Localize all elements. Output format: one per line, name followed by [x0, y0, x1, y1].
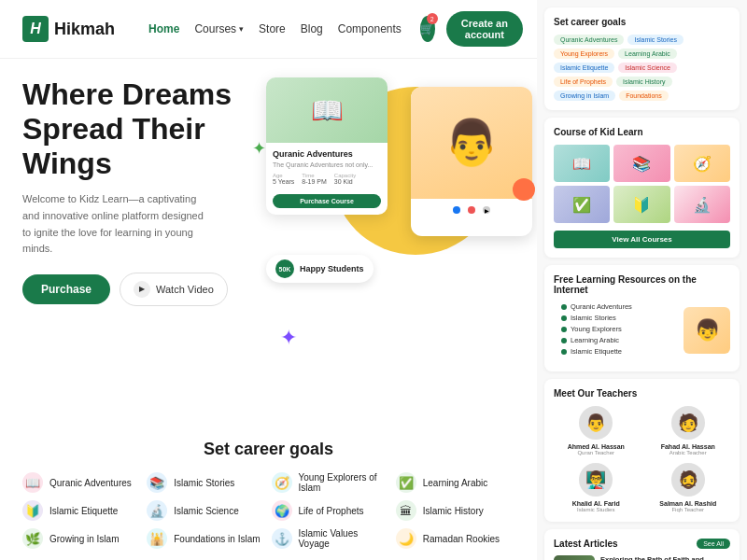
nav-links: Home Courses▾ Store Blog Components — [148, 22, 402, 35]
view-all-courses-button[interactable]: View All Courses — [554, 231, 730, 248]
teacher-name-2: Khalid Al. Farid — [554, 500, 639, 507]
logo-name: Hikmah — [54, 20, 115, 39]
course-card-meta: Age 5 Years Time 8-19 PM Capacity 30 Kid — [273, 173, 381, 185]
teacher-1[interactable]: 🧑 Fahad Al. Hassan Arabic Teacher — [646, 406, 731, 455]
teacher-name-1: Fahad Al. Hassan — [646, 443, 731, 450]
course-thumb-3[interactable]: ✅ — [554, 186, 610, 223]
free-res-dot-1 — [561, 315, 567, 321]
rp-career-section: Set career goals Quranic Adventures Isla… — [544, 7, 740, 110]
nav-home[interactable]: Home — [148, 22, 179, 35]
free-res-dot-3 — [561, 338, 567, 343]
career-icon-2: 🧭 — [272, 472, 292, 493]
course-card-body: Quranic Adventures The Quranic Adventure… — [266, 143, 388, 215]
chip-2[interactable]: Young Explorers — [554, 49, 614, 59]
free-resource-list: Quranic Adventures Islamic Stories Young… — [554, 302, 684, 358]
course-thumb-5[interactable]: 🔬 — [674, 186, 730, 223]
rp-teachers-section: Meet Our Teachers 👨 Ahmed Al. Hassan Qur… — [544, 379, 740, 522]
nav-components[interactable]: Components — [338, 22, 402, 35]
teacher-role-3: Fiqh Teacher — [646, 507, 731, 512]
course-thumbs: 📖 📚 🧭 ✅ 🔰 🔬 — [554, 145, 730, 223]
career-item-7[interactable]: 🏛 Islamic History — [396, 500, 514, 521]
students-avatar: 50K — [275, 259, 294, 278]
free-resource-image: 👦 — [684, 307, 730, 354]
hero-description: Welcome to Kidz Learn—a captivating and … — [22, 191, 209, 257]
article-title-0: Exploring the Path of Faith and Wisdom i… — [600, 555, 730, 560]
nav-courses[interactable]: Courses▾ — [194, 22, 244, 35]
teacher-role-0: Quran Teacher — [554, 450, 639, 455]
main-panel: H Hikmah Home Courses▾ Store Blog Compon… — [0, 0, 537, 560]
facebook-icon[interactable] — [453, 206, 460, 214]
chip-1[interactable]: Islamic Stories — [627, 35, 684, 45]
free-res-dot-0 — [561, 304, 567, 310]
free-res-2: Young Explorers — [561, 325, 684, 333]
career-item-9[interactable]: 🕌 Foundations in Islam — [147, 528, 265, 549]
nav-store[interactable]: Store — [259, 22, 286, 35]
course-card-title: Quranic Adventures — [273, 149, 381, 159]
course-card: 📖 Quranic Adventures The Quranic Adventu… — [266, 77, 388, 215]
career-icon-10: ⚓ — [272, 528, 292, 549]
career-item-6[interactable]: 🌍 Life of Prophets — [272, 500, 390, 521]
chip-0[interactable]: Quranic Adventures — [554, 35, 624, 45]
teacher-name-3: Salman Al. Rashid — [646, 500, 731, 507]
watch-video-button[interactable]: ▶ Watch Video — [120, 273, 228, 306]
teacher-role-1: Arabic Teacher — [646, 450, 731, 455]
navbar: H Hikmah Home Courses▾ Store Blog Compon… — [0, 0, 537, 59]
chip-9[interactable]: Foundations — [619, 91, 669, 101]
chip-6[interactable]: Life of Prophets — [554, 77, 613, 87]
course-purchase-button[interactable]: Purchase Course — [273, 194, 381, 208]
career-icon-8: 🌿 — [22, 528, 43, 549]
teacher-3[interactable]: 🧔 Salman Al. Rashid Fiqh Teacher — [646, 463, 731, 512]
career-item-0[interactable]: 📖 Quranic Adventures — [22, 472, 141, 493]
career-icon-5: 🔬 — [147, 500, 167, 521]
teacher-2[interactable]: 👨‍🏫 Khalid Al. Farid Islamic Studies — [554, 463, 639, 512]
career-item-5[interactable]: 🔬 Islamic Science — [147, 500, 265, 521]
chip-5[interactable]: Islamic Science — [618, 63, 677, 73]
career-item-8[interactable]: 🌿 Growing in Islam — [22, 528, 141, 549]
youtube-icon[interactable] — [468, 206, 475, 214]
free-res-4: Islamic Etiquette — [561, 347, 684, 356]
career-item-10[interactable]: ⚓ Islamic Values Voyage — [272, 528, 390, 549]
meta-age: Age 5 Years — [273, 173, 294, 185]
teacher-avatar-2: 👨‍🏫 — [579, 463, 613, 497]
career-icon-0: 📖 — [22, 472, 43, 493]
right-panel: Set career goals Quranic Adventures Isla… — [537, 0, 747, 560]
articles-see-all-badge[interactable]: See All — [697, 539, 730, 549]
chip-4[interactable]: Islamic Etiquette — [554, 63, 614, 73]
career-grid: 📖 Quranic Adventures 📚 Islamic Stories 🧭… — [22, 472, 514, 549]
teacher-0[interactable]: 👨 Ahmed Al. Hassan Quran Teacher — [554, 406, 639, 455]
students-label: Happy Students — [300, 264, 364, 273]
teacher-name-0: Ahmed Al. Hassan — [554, 443, 639, 450]
rp-career-title: Set career goals — [554, 17, 730, 27]
video-controls: ▶ — [411, 199, 532, 221]
nav-blog[interactable]: Blog — [301, 22, 323, 35]
article-0[interactable]: 🌿 Exploring the Path of Faith and Wisdom… — [554, 555, 730, 560]
career-item-11[interactable]: 🌙 Ramadan Rookies — [396, 528, 514, 549]
logo[interactable]: H Hikmah — [22, 16, 115, 42]
meta-time: Time 8-19 PM — [302, 173, 326, 185]
teacher-role-2: Islamic Studies — [554, 507, 639, 512]
create-account-button[interactable]: Create an account — [446, 11, 523, 47]
course-thumb-4[interactable]: 🔰 — [613, 186, 669, 223]
course-thumb-0[interactable]: 📖 — [554, 145, 610, 182]
course-thumb-2[interactable]: 🧭 — [674, 145, 730, 182]
career-icon-3: ✅ — [396, 472, 416, 493]
rp-free-title: Free Learning Resources on the Internet — [554, 274, 730, 295]
deco-star-green: ✦ — [252, 138, 266, 159]
career-item-1[interactable]: 📚 Islamic Stories — [147, 472, 265, 493]
free-res-dot-2 — [561, 327, 567, 332]
play-control-icon[interactable]: ▶ — [483, 206, 490, 214]
career-icon-11: 🌙 — [396, 528, 416, 549]
career-item-2[interactable]: 🧭 Young Explorers of Islam — [272, 472, 390, 493]
chip-3[interactable]: Learning Arabic — [618, 49, 677, 59]
article-thumb-0: 🌿 — [554, 555, 595, 560]
free-res-dot-4 — [561, 349, 567, 355]
career-section: Set career goals 📖 Quranic Adventures 📚 … — [0, 425, 537, 560]
career-icon-1: 📚 — [147, 472, 167, 493]
chip-8[interactable]: Growing in Islam — [554, 91, 615, 101]
purchase-button[interactable]: Purchase — [22, 274, 110, 304]
career-item-3[interactable]: ✅ Learning Arabic — [396, 472, 514, 493]
course-thumb-1[interactable]: 📚 — [613, 145, 669, 182]
cart-button[interactable]: 🛒 2 — [420, 16, 435, 42]
career-item-4[interactable]: 🔰 Islamic Etiquette — [22, 500, 141, 521]
chip-7[interactable]: Islamic History — [616, 77, 672, 87]
